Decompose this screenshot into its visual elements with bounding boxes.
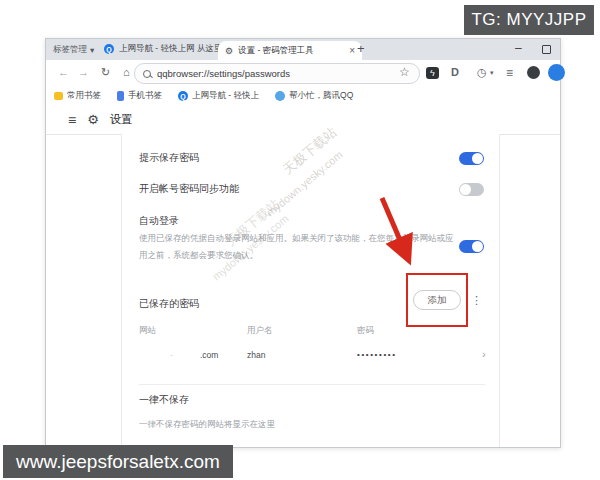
never-save-title: 一律不保存 <box>139 393 189 407</box>
url-text: qqbrowser://settings/passwords <box>157 68 290 79</box>
history-clock-icon[interactable]: ◷ <box>477 66 487 79</box>
settings-gear-icon: ⚙ <box>87 112 99 127</box>
auto-login-title: 自动登录 <box>139 214 179 228</box>
forward-icon[interactable]: → <box>78 66 89 78</box>
never-save-hint: 一律不保存密码的网站将显示在这里 <box>139 416 275 433</box>
phone-icon <box>117 91 124 101</box>
site-cell: .com <box>200 350 218 360</box>
auto-login-description: 使用已保存的凭据自动登录网站和应用。如果关闭了该功能，在您每次登录网站或应用之前… <box>139 230 457 263</box>
sync-toggle[interactable] <box>459 183 484 196</box>
red-highlight-box <box>406 273 468 327</box>
history-caret-icon[interactable]: ▾ <box>490 69 494 77</box>
chevron-right-icon[interactable]: › <box>482 348 486 360</box>
tab-manager-label: 标签管理 <box>53 44 87 56</box>
tab-manager-button[interactable]: 标签管理▾ <box>53 44 94 56</box>
tab-strip: 标签管理▾ Q 上网导航 - 轻快上网 从这里开始 ⚙ 设置 - 密码管理工具 … <box>46 39 560 60</box>
bookmark-label: 常用书签 <box>67 90 101 102</box>
back-icon[interactable]: ← <box>58 66 69 78</box>
q-logo-icon: Q <box>178 91 188 101</box>
caret-down-icon: ▾ <box>90 45 94 55</box>
tg-badge: TG: MYYJJPP <box>464 5 594 35</box>
bookmark-item-mobile[interactable]: 手机书签 <box>117 90 162 102</box>
site-badge: www.jeepsforsaletx.com <box>3 445 233 478</box>
qq-penguin-icon <box>275 91 285 101</box>
more-menu-kebab-icon[interactable]: ⋮ <box>471 294 482 307</box>
auto-login-toggle[interactable] <box>459 240 484 253</box>
site-favicon-mark: · <box>170 350 173 360</box>
save-prompt-toggle[interactable] <box>459 152 484 165</box>
home-icon[interactable]: ⌂ <box>123 66 130 78</box>
bookmark-item-nav[interactable]: Q上网导航 - 轻快上 <box>178 90 259 102</box>
screenshot-stage: 标签管理▾ Q 上网导航 - 轻快上网 从这里开始 ⚙ 设置 - 密码管理工具 … <box>0 0 600 480</box>
tab-close-icon[interactable]: × <box>349 45 355 56</box>
save-prompt-label: 提示保存密码 <box>139 151 199 165</box>
section-divider <box>139 384 485 385</box>
sync-label: 开启帐号密码同步功能 <box>139 182 239 196</box>
minimize-button[interactable]: – <box>515 41 522 55</box>
toolbar: ← → ↻ ⌂ qqbrowser://settings/passwords ☆… <box>46 60 560 88</box>
settings-page-title: 设置 <box>110 112 133 127</box>
bookmark-label: 上网导航 - 轻快上 <box>192 90 259 102</box>
bolt-glyph: ϟ <box>430 68 435 78</box>
bookmarks-bar: 常用书签 手机书签 Q上网导航 - 轻快上 帮小忙，腾讯QQ <box>46 87 560 106</box>
downloads-icon[interactable]: D <box>451 66 459 78</box>
bookmark-item-common[interactable]: 常用书签 <box>54 90 101 102</box>
password-cell: ••••••••• <box>357 350 397 359</box>
browser-window: 标签管理▾ Q 上网导航 - 轻快上网 从这里开始 ⚙ 设置 - 密码管理工具 … <box>45 38 561 448</box>
column-password: 密码 <box>357 325 374 337</box>
new-tab-button[interactable]: + <box>357 41 365 56</box>
bookmark-label: 手机书签 <box>128 90 162 102</box>
search-icon <box>143 70 151 78</box>
address-bar[interactable]: qqbrowser://settings/passwords <box>134 63 420 84</box>
saved-passwords-label: 已保存的密码 <box>139 297 199 311</box>
maximize-button[interactable] <box>542 45 551 54</box>
browser-logo-avatar[interactable] <box>548 64 565 81</box>
bookmark-label: 帮小忙，腾讯QQ <box>289 90 353 102</box>
tab-settings[interactable]: ⚙ 设置 - 密码管理工具 × <box>218 41 362 60</box>
bookmark-star-icon[interactable]: ☆ <box>399 65 410 79</box>
folder-icon <box>54 92 63 100</box>
menu-hamburger-icon[interactable]: ≡ <box>506 66 513 80</box>
column-username: 用户名 <box>247 325 273 337</box>
reload-icon[interactable]: ↻ <box>101 66 110 79</box>
gear-icon: ⚙ <box>225 46 233 56</box>
extension-bolt-icon[interactable]: ϟ <box>426 67 439 79</box>
profile-avatar[interactable] <box>527 66 540 79</box>
username-cell: zhan <box>247 350 265 360</box>
column-site: 网站 <box>139 325 156 337</box>
settings-menu-icon[interactable]: ≡ <box>68 112 76 128</box>
settings-header: ≡ ⚙ 设置 <box>46 105 560 135</box>
q-logo-icon: Q <box>104 44 114 54</box>
tg-badge-text: TG: MYYJJPP <box>471 10 586 30</box>
bookmark-item-qq[interactable]: 帮小忙，腾讯QQ <box>275 90 353 102</box>
site-badge-text: www.jeepsforsaletx.com <box>16 451 220 473</box>
tab-settings-title: 设置 - 密码管理工具 <box>238 45 344 57</box>
